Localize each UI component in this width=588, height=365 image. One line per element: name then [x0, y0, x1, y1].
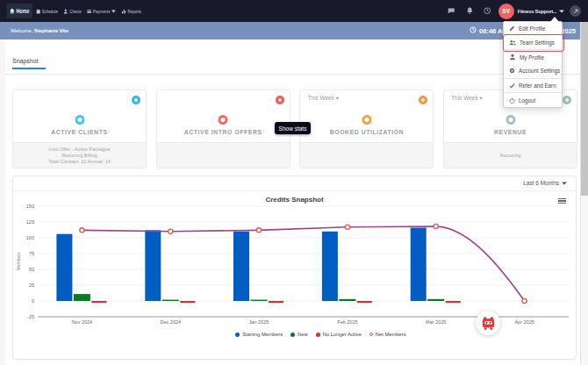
- card-footer: [157, 142, 290, 168]
- card-footer: Recurring: [444, 142, 577, 168]
- welcome-user-name: Stephanie Vite: [34, 28, 68, 33]
- nav-item-home[interactable]: Home: [7, 4, 32, 18]
- main-nav: HomeScheduleClientsPaymentsReports: [0, 0, 146, 22]
- welcome-text: Welcome, Stephanie Vite: [0, 28, 68, 33]
- schedule-icon: [36, 9, 40, 14]
- menu-item-refer-and-earn[interactable]: Refer and Earn: [504, 79, 562, 93]
- svg-text:Apr 2025: Apr 2025: [514, 319, 534, 325]
- payments-icon: [87, 9, 91, 14]
- reports-icon: [122, 9, 126, 14]
- card-footer-line: Intro Offer - Active Packages: [49, 147, 111, 153]
- card-ring-icon: [362, 115, 371, 125]
- svg-text:-25: -25: [27, 314, 34, 319]
- svg-text:0: 0: [32, 298, 34, 304]
- svg-text:25: 25: [29, 283, 34, 288]
- card-ring-icon: [75, 115, 84, 125]
- legend-item[interactable]: Net Members: [369, 332, 406, 337]
- user-icon: [509, 54, 516, 61]
- card-badge: [276, 96, 284, 104]
- menu-item-label: Edit Profile: [519, 25, 545, 32]
- page-left-edge: [0, 39, 5, 365]
- svg-text:75: 75: [29, 251, 34, 256]
- menu-item-label: Account Settings: [519, 68, 560, 74]
- nav-item-schedule[interactable]: Schedule: [34, 4, 59, 18]
- chevron-down-icon[interactable]: [559, 10, 564, 13]
- nav-item-label: Schedule: [42, 9, 58, 14]
- card-footer: [300, 142, 433, 168]
- svg-text:50: 50: [29, 267, 34, 272]
- clock-icon[interactable]: [484, 7, 491, 15]
- clock-icon: [470, 26, 477, 35]
- menu-item-my-profile[interactable]: My Profile: [504, 50, 562, 64]
- help-icon[interactable]: [570, 5, 581, 17]
- svg-text:Jan 2025: Jan 2025: [249, 319, 269, 325]
- card-title: ACTIVE INTRO OFFERS: [157, 129, 290, 135]
- nav-item-label: Reports: [128, 9, 141, 14]
- card-footer-line: Recurring: [500, 153, 521, 159]
- nav-item-label: Home: [16, 8, 29, 14]
- mascot-icon[interactable]: [476, 311, 500, 335]
- legend-label: New: [298, 332, 308, 337]
- tab-bar: Snapshot: [0, 39, 588, 75]
- menu-item-logout[interactable]: Logout: [504, 93, 562, 107]
- power-icon: [509, 97, 515, 104]
- chart-panel-header: Last 6 Months: [13, 176, 576, 191]
- card-ring-icon: [506, 115, 515, 125]
- legend-label: No Longer Active: [323, 332, 362, 337]
- card-badge: [563, 96, 571, 104]
- show-stats-button[interactable]: Show stats: [275, 122, 311, 134]
- tab-active-underline: [12, 68, 46, 69]
- card-ring-icon: [219, 115, 228, 125]
- nav-item-reports[interactable]: Reports: [120, 4, 142, 18]
- navbar-right: SV Fitness Support...: [437, 4, 588, 19]
- app: HomeScheduleClientsPaymentsReports SV Fi…: [0, 0, 588, 365]
- card-badge: [419, 96, 427, 104]
- stat-card-booked-utilization[interactable]: This Week ▾BOOKED UTILIZATION: [299, 89, 434, 168]
- svg-text:Mar 2025: Mar 2025: [426, 319, 446, 325]
- legend-item[interactable]: No Longer Active: [316, 332, 362, 337]
- range-selector[interactable]: Last 6 Months: [523, 180, 567, 186]
- chevron-down-icon: [111, 9, 116, 14]
- legend-item[interactable]: Starting Members: [235, 332, 283, 337]
- card-badge: [132, 96, 140, 104]
- pencil-icon: [509, 25, 515, 32]
- card-title: BOOKED UTILIZATION: [300, 129, 433, 135]
- stat-card-active-clients[interactable]: ACTIVE CLIENTSIntro Offer - Active Packa…: [12, 89, 147, 168]
- legend-label: Starting Members: [242, 332, 283, 337]
- home-icon: [10, 8, 15, 14]
- nav-item-label: Clients: [69, 9, 81, 14]
- chevron-down-icon: [562, 180, 567, 186]
- menu-item-label: My Profile: [520, 54, 544, 61]
- gear-icon: [509, 68, 515, 74]
- clients-icon: [64, 9, 68, 14]
- annotation-highlight-box: [503, 34, 564, 52]
- legend-item[interactable]: New: [290, 332, 308, 337]
- check-icon: [509, 82, 515, 89]
- chart-legend: Starting MembersNewNo Longer ActiveNet M…: [39, 332, 588, 337]
- top-navbar: HomeScheduleClientsPaymentsReports SV Fi…: [0, 0, 588, 22]
- nav-item-clients[interactable]: Clients: [62, 4, 82, 18]
- svg-text:100: 100: [26, 235, 34, 240]
- menu-caret: [550, 17, 559, 22]
- svg-text:Nov 2024: Nov 2024: [72, 319, 93, 325]
- menu-item-account-settings[interactable]: Account Settings: [504, 64, 562, 78]
- card-footer-line: Total Contract: 10 Annual: 14: [48, 159, 111, 165]
- svg-text:Feb 2025: Feb 2025: [337, 319, 357, 325]
- account-name[interactable]: Fitness Support...: [518, 9, 556, 14]
- card-footer: Intro Offer - Active PackagesRecurring B…: [13, 142, 146, 168]
- nav-item-payments[interactable]: Payments: [86, 4, 118, 18]
- card-title: REVENUE: [444, 129, 577, 135]
- card-period-selector[interactable]: This Week ▾: [307, 95, 339, 102]
- avatar[interactable]: SV: [498, 4, 514, 19]
- tab-snapshot[interactable]: Snapshot: [12, 58, 39, 64]
- svg-text:Members: Members: [16, 252, 21, 270]
- legend-label: Net Members: [376, 332, 406, 337]
- stat-card-active-intro-offers[interactable]: ACTIVE INTRO OFFERS: [156, 89, 290, 168]
- bell-icon[interactable]: [466, 7, 474, 15]
- scrollbar-thumb[interactable]: [581, 22, 588, 196]
- svg-text:Dec 2024: Dec 2024: [161, 319, 182, 325]
- chat-icon[interactable]: [448, 7, 455, 15]
- menu-item-label: Refer and Earn: [519, 82, 556, 89]
- card-footer-line: Recurring Billing: [61, 153, 97, 159]
- card-period-selector[interactable]: This Week ▾: [451, 95, 483, 102]
